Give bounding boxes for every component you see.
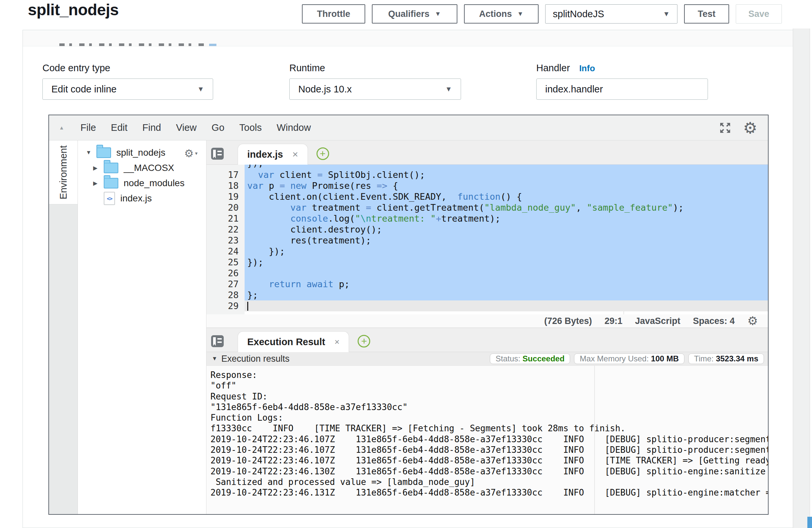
throttle-button-label: Throttle	[317, 9, 350, 19]
folder-icon	[97, 147, 111, 158]
code-line-17: 17 var client = SplitObj.client();	[206, 169, 768, 180]
gear-icon[interactable]: ⚙︎	[748, 315, 758, 327]
code-editor[interactable]: });17 var client = SplitObj.client();18v…	[206, 165, 768, 314]
caret-down-icon[interactable]: ▼	[86, 149, 97, 156]
test-button-label: Test	[698, 9, 715, 19]
log-line: 2019-10-24T22:23:46.130Z 131e865f-6eb4-4…	[211, 466, 768, 476]
menu-view[interactable]: View	[176, 122, 197, 133]
language-indicator[interactable]: JavaScript	[635, 316, 680, 326]
log-line: "off"	[211, 380, 768, 391]
menu-items: FileEditFindViewGoToolsWindow	[81, 122, 311, 133]
tree-item-index.js[interactable]: <>index.js	[78, 191, 206, 206]
tab-index-js[interactable]: index.js ×	[238, 144, 308, 165]
save-button-label: Save	[748, 9, 769, 19]
close-tab-icon[interactable]: ×	[334, 338, 339, 346]
log-line: "131e865f-6eb4-4dd8-858e-a37ef13330cc"	[211, 402, 768, 412]
code-line-23: 23 res(treatment);	[206, 235, 768, 246]
code-line-25: 25});	[206, 257, 768, 268]
menu-find[interactable]: Find	[143, 122, 161, 133]
code-line-27: 27 return await p;	[206, 279, 768, 290]
code-line-28: 28};	[206, 290, 768, 300]
chevron-down-icon: ▼	[663, 10, 670, 18]
log-line: Response:	[211, 370, 768, 380]
execution-output[interactable]: Response:"off"Request ID:"131e865f-6eb4-…	[206, 366, 768, 514]
chevron-down-icon: ▼	[517, 10, 524, 17]
log-line: 2019-10-24T22:23:46.107Z 131e865f-6eb4-4…	[211, 444, 768, 455]
code-line-29: 29	[206, 300, 768, 311]
code-entry-type-label: Code entry type	[42, 63, 110, 74]
status-badge-100-mb: Max Memory Used: 100 MB	[574, 353, 684, 364]
tree-item-node_modules[interactable]: ▶node_modules	[78, 176, 206, 191]
menu-file[interactable]: File	[81, 122, 96, 133]
code-line-19: 19 client.on(client.Event.SDK_READY, fun…	[206, 191, 768, 202]
section-caret-icon[interactable]: ▼	[212, 355, 217, 362]
fullscreen-icon[interactable]	[719, 121, 732, 134]
actions-button-label: Actions	[479, 9, 512, 19]
close-tab-icon[interactable]: ×	[292, 149, 298, 159]
status-badge-succeeded: Status: Succeeded	[490, 353, 570, 364]
gear-icon[interactable]: ⚙︎	[743, 120, 757, 136]
menu-edit[interactable]: Edit	[111, 122, 128, 133]
ide-body: Environment ▼split_nodejs⚙︎▾▶__MACOSX▶no…	[49, 141, 768, 514]
ide-menubar: ▲ FileEditFindViewGoToolsWindow ⚙︎	[49, 115, 768, 141]
tab-stack-icon[interactable]	[211, 335, 224, 347]
runtime-value: Node.js 10.x	[298, 84, 352, 95]
code-entry-type-value: Edit code inline	[52, 84, 117, 95]
header-actions: Throttle Qualifiers ▼ Actions ▼ splitNod…	[302, 4, 782, 24]
throttle-button[interactable]: Throttle	[302, 4, 365, 24]
tree-item-__MACOSX[interactable]: ▶__MACOSX	[78, 160, 206, 176]
tree-gear-icon[interactable]: ⚙︎▾	[184, 147, 198, 160]
execution-results-header: ▼ Execution results Status: SucceededMax…	[206, 352, 768, 366]
tree-item-split_nodejs[interactable]: ▼split_nodejs⚙︎▾	[78, 145, 206, 160]
log-line: Sanitized and processed value => [lambda…	[211, 476, 768, 487]
tab-stack-icon[interactable]	[211, 148, 224, 160]
alias-select[interactable]: splitNodeJS ▼	[545, 4, 678, 24]
runtime-label: Runtime	[289, 63, 325, 74]
qualifiers-button-label: Qualifiers	[388, 9, 430, 19]
clipped-text-fragment	[59, 43, 205, 46]
clipped-text-fragment-blue	[209, 44, 216, 46]
js-file-icon: <>	[104, 192, 115, 205]
environment-tab[interactable]: Environment	[49, 141, 77, 204]
lambda-console-screen: split_nodejs Throttle Qualifiers ▼ Actio…	[0, 0, 812, 528]
chevron-down-icon: ▼	[435, 10, 441, 17]
code-tab-bar: index.js × +	[206, 141, 768, 165]
tree-item-label: split_nodejs	[116, 147, 165, 158]
test-button[interactable]: Test	[684, 4, 729, 24]
indentation-indicator[interactable]: Spaces: 4	[693, 316, 735, 326]
log-line: 2019-10-24T22:23:46.107Z 131e865f-6eb4-4…	[211, 455, 768, 466]
editor-main-column: index.js × + });17 var client = SplitObj…	[206, 141, 768, 514]
actions-button[interactable]: Actions ▼	[464, 4, 539, 24]
code-line-18: 18var p = new Promise(res => {	[206, 180, 768, 191]
handler-input[interactable]: index.handler	[536, 78, 708, 100]
tree-item-label: index.js	[120, 193, 152, 204]
code-line-20: 20 var treatment = client.getTreatment("…	[206, 202, 768, 213]
add-tab-icon[interactable]: +	[317, 147, 329, 160]
caret-right-icon[interactable]: ▶	[93, 165, 104, 172]
editor-status-bar: (726 Bytes) 29:1 JavaScript Spaces: 4 ⚙︎	[206, 314, 768, 328]
execution-badges: Status: SucceededMax Memory Used: 100 MB…	[490, 353, 768, 364]
menu-window[interactable]: Window	[277, 122, 311, 133]
caret-right-icon[interactable]: ▶	[93, 180, 104, 187]
tree-item-label: __MACOSX	[124, 163, 174, 173]
page-scrollbar[interactable]	[793, 29, 810, 528]
function-code-card: Code entry type Edit code inline ▼ Runti…	[23, 30, 802, 528]
vertical-tab-strip: Environment	[49, 141, 78, 514]
menu-go[interactable]: Go	[212, 122, 224, 133]
collapse-triangle-icon[interactable]: ▲	[59, 125, 64, 131]
add-tab-icon[interactable]: +	[358, 335, 370, 348]
tab-execution-result[interactable]: Execution Result ×	[238, 331, 349, 352]
log-line: Function Logs:	[211, 412, 768, 423]
blue-accent-sliver	[807, 517, 812, 528]
save-button[interactable]: Save	[736, 4, 782, 24]
handler-info-link[interactable]: Info	[579, 63, 595, 73]
code-entry-type-select[interactable]: Edit code inline ▼	[42, 78, 213, 100]
log-line: Request ID:	[211, 391, 768, 402]
qualifiers-button[interactable]: Qualifiers ▼	[372, 4, 458, 24]
handler-input-value: index.handler	[545, 84, 603, 95]
runtime-select[interactable]: Node.js 10.x ▼	[289, 78, 461, 100]
menu-tools[interactable]: Tools	[239, 122, 262, 133]
tab-index-js-label: index.js	[247, 149, 283, 160]
cursor-position-indicator[interactable]: 29:1	[605, 316, 622, 326]
code-lines: });17 var client = SplitObj.client();18v…	[206, 165, 768, 311]
